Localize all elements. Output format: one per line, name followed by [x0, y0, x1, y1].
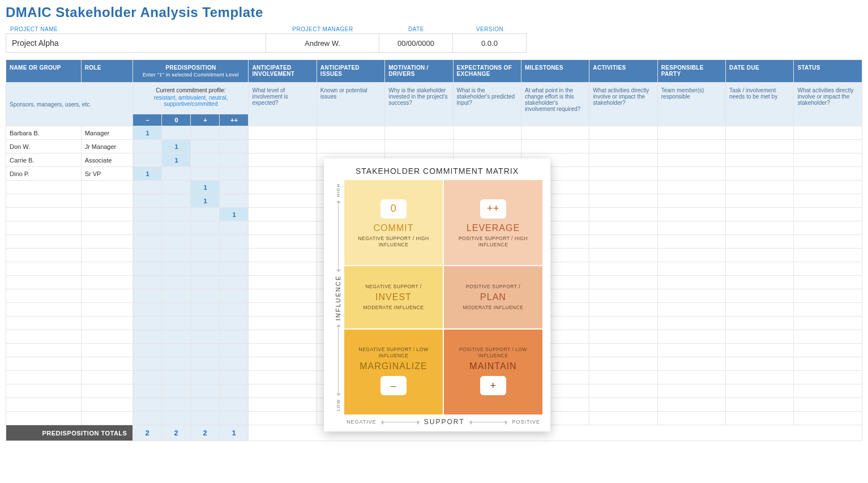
cell-name[interactable] [6, 357, 82, 371]
cell-name[interactable]: Dino P. [6, 167, 82, 181]
cell-role[interactable] [81, 289, 133, 303]
cell-empty[interactable] [249, 126, 317, 140]
cell-role[interactable]: Sr VP [81, 167, 133, 181]
cell-name[interactable] [6, 194, 82, 208]
cell-empty[interactable] [249, 289, 317, 303]
cell-empty[interactable] [249, 194, 317, 208]
cell-pred-2[interactable] [191, 276, 220, 289]
cell-empty[interactable] [657, 276, 725, 289]
cell-pred-1[interactable] [162, 357, 191, 371]
cell-pred-3[interactable] [220, 317, 249, 330]
cell-role[interactable]: Associate [81, 153, 133, 167]
cell-empty[interactable] [249, 208, 317, 221]
cell-pred-1[interactable]: 1 [162, 140, 191, 153]
cell-empty[interactable] [726, 249, 794, 262]
cell-pred-0[interactable] [133, 181, 162, 194]
cell-empty[interactable] [521, 140, 589, 153]
cell-pred-3[interactable] [220, 303, 249, 317]
cell-pred-3[interactable] [220, 126, 249, 140]
cell-pred-3[interactable] [220, 276, 249, 289]
cell-pred-1[interactable] [162, 398, 191, 412]
cell-empty[interactable] [521, 126, 589, 140]
cell-pred-2[interactable] [191, 384, 220, 398]
cell-role[interactable] [81, 344, 133, 357]
cell-empty[interactable] [726, 398, 794, 412]
cell-pred-1[interactable] [162, 276, 191, 289]
cell-empty[interactable] [726, 126, 794, 140]
cell-pred-3[interactable]: 1 [220, 208, 249, 221]
cell-role[interactable] [81, 276, 133, 289]
cell-pred-3[interactable] [220, 398, 249, 412]
cell-empty[interactable] [453, 126, 521, 140]
cell-name[interactable] [6, 249, 82, 262]
cell-empty[interactable] [794, 208, 862, 221]
version-field[interactable]: 0.0.0 [453, 33, 527, 53]
cell-empty[interactable] [657, 262, 725, 276]
cell-empty[interactable] [794, 317, 862, 330]
cell-pred-0[interactable] [133, 412, 162, 425]
cell-empty[interactable] [794, 221, 862, 235]
cell-empty[interactable] [657, 167, 725, 181]
cell-pred-0[interactable] [133, 249, 162, 262]
cell-empty[interactable] [657, 344, 725, 357]
cell-pred-1[interactable] [162, 289, 191, 303]
cell-empty[interactable] [385, 126, 453, 140]
cell-name[interactable] [6, 262, 82, 276]
cell-pred-2[interactable] [191, 167, 220, 181]
cell-empty[interactable] [794, 330, 862, 344]
cell-pred-2[interactable] [191, 140, 220, 153]
cell-pred-2[interactable] [191, 344, 220, 357]
cell-pred-0[interactable] [133, 384, 162, 398]
cell-empty[interactable] [794, 289, 862, 303]
cell-empty[interactable] [657, 140, 725, 153]
project-name-field[interactable]: Project Alpha [6, 33, 266, 53]
cell-pred-2[interactable] [191, 208, 220, 221]
cell-empty[interactable] [726, 330, 794, 344]
cell-pred-1[interactable] [162, 371, 191, 384]
cell-pred-1[interactable]: 1 [162, 153, 191, 167]
cell-empty[interactable] [726, 276, 794, 289]
cell-empty[interactable] [794, 371, 862, 384]
cell-pred-3[interactable] [220, 384, 249, 398]
cell-name[interactable] [6, 398, 82, 412]
cell-role[interactable] [81, 194, 133, 208]
cell-empty[interactable] [794, 412, 862, 425]
cell-empty[interactable] [589, 208, 657, 221]
cell-empty[interactable] [726, 140, 794, 153]
cell-empty[interactable] [657, 317, 725, 330]
cell-role[interactable] [81, 262, 133, 276]
cell-empty[interactable] [589, 181, 657, 194]
cell-empty[interactable] [794, 357, 862, 371]
cell-empty[interactable] [589, 330, 657, 344]
cell-pred-2[interactable] [191, 221, 220, 235]
cell-empty[interactable] [249, 262, 317, 276]
cell-pred-0[interactable] [133, 303, 162, 317]
cell-pred-1[interactable] [162, 235, 191, 249]
cell-empty[interactable] [249, 371, 317, 384]
cell-pred-2[interactable] [191, 317, 220, 330]
cell-pred-3[interactable] [220, 357, 249, 371]
cell-empty[interactable] [589, 126, 657, 140]
cell-empty[interactable] [249, 221, 317, 235]
cell-empty[interactable] [657, 303, 725, 317]
cell-pred-2[interactable]: 1 [191, 181, 220, 194]
cell-pred-0[interactable] [133, 208, 162, 221]
cell-empty[interactable] [794, 181, 862, 194]
cell-empty[interactable] [589, 357, 657, 371]
cell-pred-0[interactable] [133, 235, 162, 249]
cell-empty[interactable] [589, 384, 657, 398]
cell-empty[interactable] [317, 126, 384, 140]
cell-role[interactable] [81, 303, 133, 317]
cell-empty[interactable] [249, 412, 317, 425]
cell-pred-3[interactable] [220, 249, 249, 262]
cell-empty[interactable] [589, 167, 657, 181]
cell-role[interactable] [81, 357, 133, 371]
cell-role[interactable] [81, 181, 133, 194]
cell-pred-3[interactable] [220, 262, 249, 276]
cell-pred-1[interactable] [162, 221, 191, 235]
cell-empty[interactable] [589, 276, 657, 289]
cell-pred-1[interactable] [162, 412, 191, 425]
cell-empty[interactable] [794, 262, 862, 276]
cell-empty[interactable] [726, 384, 794, 398]
cell-empty[interactable] [726, 289, 794, 303]
